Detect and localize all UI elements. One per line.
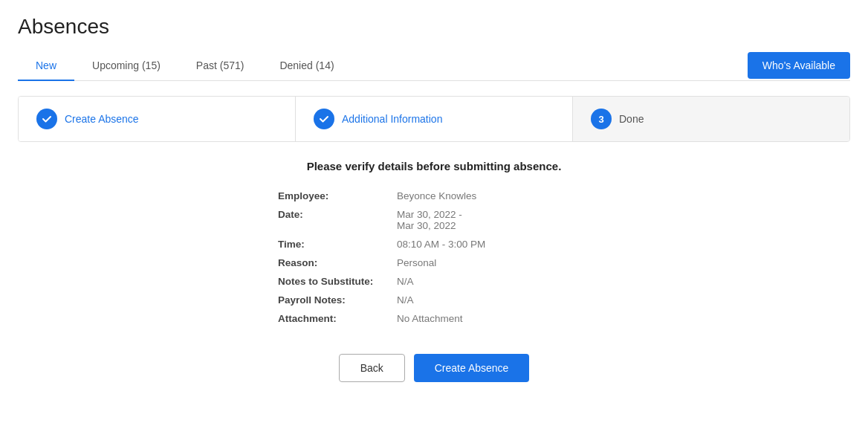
tab-upcoming[interactable]: Upcoming (15) — [74, 51, 178, 80]
details-table: Employee: Beyonce Knowles Date: Mar 30, … — [278, 190, 590, 324]
detail-row-time: Time: 08:10 AM - 3:00 PM — [278, 239, 590, 250]
content-area: Please verify details before submitting … — [18, 160, 850, 324]
tab-denied[interactable]: Denied (14) — [262, 51, 352, 80]
page-wrapper: Absences New Upcoming (15) Past (571) De… — [0, 0, 868, 423]
value-notes-substitute: N/A — [397, 276, 414, 287]
value-reason: Personal — [397, 257, 436, 268]
label-reason: Reason: — [278, 257, 397, 268]
stepper-create-absence: Create Absence — [19, 97, 296, 141]
stepper-additional-info: Additional Information — [296, 97, 573, 141]
stepper-done: 3 Done — [573, 97, 849, 141]
detail-row-notes-substitute: Notes to Substitute: N/A — [278, 276, 590, 287]
stepper-label-1: Create Absence — [65, 113, 139, 125]
value-payroll-notes: N/A — [397, 294, 414, 306]
checkmark-icon — [42, 114, 52, 124]
label-notes-substitute: Notes to Substitute: — [278, 276, 397, 287]
stepper-circle-1 — [36, 109, 57, 129]
checkmark-icon-2 — [319, 114, 329, 124]
stepper-circle-2 — [314, 109, 334, 129]
back-button[interactable]: Back — [339, 354, 405, 382]
tabs-bar: New Upcoming (15) Past (571) Denied (14)… — [18, 51, 850, 81]
label-payroll-notes: Payroll Notes: — [278, 294, 397, 306]
stepper-circle-3: 3 — [591, 109, 612, 129]
page-title: Absences — [18, 15, 850, 39]
label-employee: Employee: — [278, 190, 397, 201]
label-time: Time: — [278, 239, 397, 250]
detail-row-attachment: Attachment: No Attachment — [278, 313, 590, 324]
whos-available-button[interactable]: Who's Available — [748, 52, 850, 79]
detail-row-payroll-notes: Payroll Notes: N/A — [278, 294, 590, 306]
stepper-label-3: Done — [619, 113, 644, 125]
tab-new[interactable]: New — [18, 51, 74, 80]
footer-buttons: Back Create Absence — [18, 354, 850, 394]
create-absence-button[interactable]: Create Absence — [414, 354, 530, 382]
value-attachment: No Attachment — [397, 313, 463, 324]
detail-row-date: Date: Mar 30, 2022 - Mar 30, 2022 — [278, 209, 590, 231]
detail-row-reason: Reason: Personal — [278, 257, 590, 268]
tab-past[interactable]: Past (571) — [178, 51, 262, 80]
detail-row-employee: Employee: Beyonce Knowles — [278, 190, 590, 201]
verify-heading: Please verify details before submitting … — [30, 160, 838, 172]
value-time: 08:10 AM - 3:00 PM — [397, 239, 485, 250]
value-employee: Beyonce Knowles — [397, 190, 476, 201]
label-date: Date: — [278, 209, 397, 220]
value-date: Mar 30, 2022 - Mar 30, 2022 — [397, 209, 462, 231]
stepper-label-2: Additional Information — [342, 113, 442, 125]
tabs-left: New Upcoming (15) Past (571) Denied (14) — [18, 51, 748, 80]
stepper-section: Create Absence Additional Information 3 … — [18, 96, 850, 142]
label-attachment: Attachment: — [278, 313, 397, 324]
